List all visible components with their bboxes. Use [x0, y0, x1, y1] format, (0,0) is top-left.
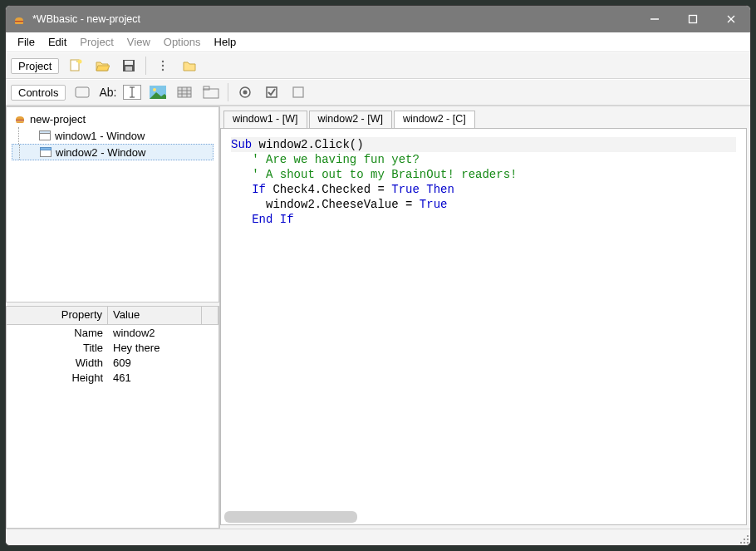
svg-point-12	[162, 65, 164, 66]
svg-rect-35	[41, 148, 52, 150]
editor-panel: window1 - [W] window2 - [W] window2 - [C…	[220, 106, 750, 529]
maximize-button[interactable]	[674, 6, 712, 32]
property-key: Name	[7, 327, 108, 342]
resize-grip-icon[interactable]	[737, 532, 749, 544]
toolbar-separator	[145, 57, 146, 75]
toolbar-project-label: Project	[11, 58, 59, 74]
svg-rect-30	[293, 87, 303, 97]
code-editor[interactable]: Sub window2.Click() ' Are we having fun …	[220, 128, 747, 525]
property-key: Width	[7, 357, 108, 371]
property-row[interactable]: Name window2	[7, 327, 218, 342]
rect-control-icon[interactable]	[288, 82, 308, 102]
property-row[interactable]: Width 609	[7, 357, 218, 371]
properties-header-spacer	[202, 307, 218, 324]
svg-point-13	[162, 69, 164, 71]
svg-rect-33	[40, 131, 51, 134]
open-folder-yellow-icon[interactable]	[179, 56, 199, 76]
hamburger-project-icon	[13, 112, 27, 125]
tree-root-label: new-project	[30, 113, 86, 125]
svg-rect-10	[125, 66, 132, 71]
grid-control-icon[interactable]	[174, 82, 194, 102]
app-icon	[12, 12, 26, 26]
tab-window1-w[interactable]: window1 - [W]	[223, 111, 307, 129]
tab-window2-c[interactable]: window2 - [C]	[394, 111, 475, 129]
save-icon[interactable]	[119, 56, 139, 76]
label-control-icon[interactable]: Ab:	[99, 86, 116, 99]
statusbar	[6, 529, 750, 545]
minimize-button[interactable]	[636, 6, 674, 32]
svg-point-11	[162, 61, 164, 62]
tab-control-icon[interactable]	[201, 82, 221, 102]
tree-item-window2[interactable]: window2 - Window	[12, 144, 214, 160]
left-panel: new-project window1 - Window window2 - W…	[6, 106, 220, 529]
menu-file[interactable]: File	[11, 34, 42, 50]
toolbar-controls: Controls Ab:	[6, 79, 750, 106]
more-icon[interactable]	[153, 56, 173, 76]
svg-point-28	[243, 91, 248, 95]
tab-window2-w[interactable]: window2 - [W]	[309, 111, 393, 129]
open-file-icon[interactable]	[92, 56, 112, 76]
tree-item-label: window1 - Window	[55, 130, 145, 142]
textbox-control-icon[interactable]	[123, 85, 141, 100]
properties-panel: Property Value Name window2 Title Hey th…	[6, 306, 219, 529]
menu-help[interactable]: Help	[208, 34, 243, 50]
window-icon	[38, 129, 52, 142]
svg-rect-25	[204, 89, 218, 98]
code-content[interactable]: Sub window2.Click() ' Are we having fun …	[221, 129, 746, 235]
property-key: Height	[7, 371, 108, 386]
tree-item-label: window2 - Window	[56, 146, 145, 159]
properties-header: Property Value	[7, 307, 218, 325]
checkbox-control-icon[interactable]	[262, 82, 282, 102]
tree-item-window1[interactable]: window1 - Window	[12, 127, 214, 144]
svg-point-19	[153, 88, 156, 91]
svg-rect-14	[76, 87, 89, 97]
svg-rect-9	[125, 61, 133, 65]
property-value[interactable]: Hey there	[108, 342, 160, 357]
svg-rect-2	[690, 16, 697, 23]
svg-rect-0	[15, 21, 23, 22]
image-control-icon[interactable]	[148, 82, 168, 102]
svg-rect-20	[178, 87, 191, 97]
radio-control-icon[interactable]	[235, 82, 255, 102]
app-window: *WBbasic - new-project File Edit Project…	[5, 5, 751, 546]
project-tree[interactable]: new-project window1 - Window window2 - W…	[6, 106, 219, 303]
horizontal-scrollbar[interactable]	[224, 511, 357, 523]
property-value[interactable]: 609	[108, 357, 131, 371]
window-icon	[39, 145, 52, 159]
menu-options[interactable]: Options	[157, 34, 208, 50]
panel-icon[interactable]	[72, 82, 92, 102]
main-area: new-project window1 - Window window2 - W…	[6, 106, 750, 529]
property-value[interactable]: 461	[108, 371, 131, 386]
svg-rect-31	[16, 120, 24, 121]
property-row[interactable]: Height 461	[7, 371, 218, 386]
property-row[interactable]: Title Hey there	[7, 342, 218, 357]
menu-project[interactable]: Project	[73, 34, 120, 50]
properties-header-value[interactable]: Value	[108, 307, 202, 324]
menubar: File Edit Project View Options Help	[6, 32, 750, 52]
properties-header-property[interactable]: Property	[7, 307, 108, 324]
toolbar-separator-2	[228, 83, 228, 101]
window-title: *WBbasic - new-project	[32, 13, 636, 25]
tree-root[interactable]: new-project	[12, 111, 214, 127]
new-file-icon[interactable]	[66, 56, 86, 76]
close-button[interactable]	[712, 6, 750, 32]
editor-tabs: window1 - [W] window2 - [W] window2 - [C…	[220, 106, 750, 128]
menu-edit[interactable]: Edit	[42, 34, 73, 50]
toolbar-controls-label: Controls	[11, 85, 66, 101]
property-key: Title	[7, 342, 108, 357]
property-value[interactable]: window2	[108, 327, 155, 342]
menu-view[interactable]: View	[120, 34, 157, 50]
titlebar[interactable]: *WBbasic - new-project	[6, 6, 750, 32]
svg-point-7	[78, 60, 82, 64]
toolbar-main: Project	[6, 52, 750, 79]
